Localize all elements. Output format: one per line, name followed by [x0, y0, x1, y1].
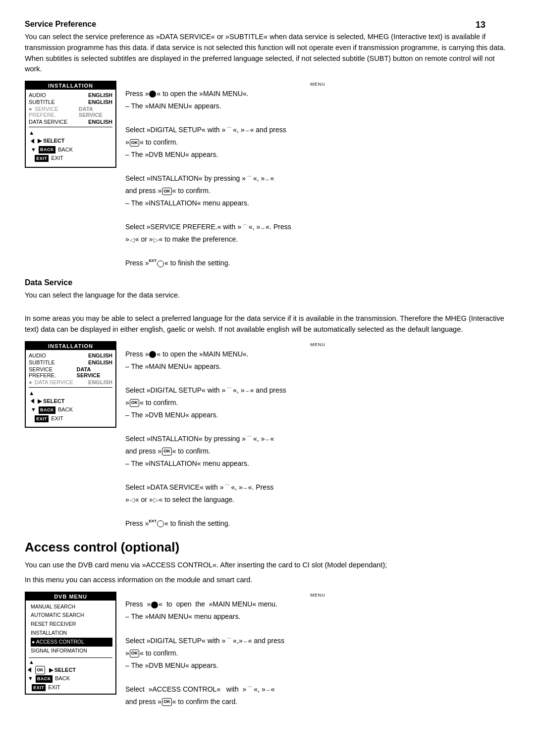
- menu-label-sp: MENU: [125, 81, 510, 88]
- data-service-block: INSTALLATION AUDIO ENGLISH SUBTITLE ENGL…: [25, 341, 510, 531]
- menu-row-service-prefere-2: SERVICE PREFERE. DATA SERVICE: [29, 366, 112, 379]
- instr-ac-4: »OK« to confirm.: [125, 648, 510, 658]
- instr-ac-6: Select »ACCESS CONTROL« with »⌒«, »⌣«: [125, 684, 510, 695]
- arrow-left-icon-1: [31, 139, 34, 144]
- menu-label-ds: MENU: [125, 341, 510, 349]
- instr-ac-2: – The »MAIN MENU« menu appears.: [125, 611, 510, 622]
- nav-back-3: ▼ BACK BACK: [28, 674, 70, 683]
- dvb-item-manual-search: MANUAL SEARCH: [31, 603, 112, 611]
- instr-ds-10: »◁« or »▷« to select the language.: [125, 495, 510, 505]
- nav-select-2: ▶ SELECT: [31, 397, 65, 406]
- page-number: 13: [476, 20, 485, 30]
- menu-row-subtitle-1: SUBTITLE ENGLISH: [29, 99, 112, 105]
- arrow-left-icon-3: [28, 667, 31, 672]
- dvb-menu-box: DVB MENU MANUAL SEARCH AUTOMATIC SEARCH …: [25, 592, 116, 695]
- arrow-left-icon-2: [31, 399, 34, 403]
- instr-ds-1: Press »« to open the »MAIN MENU«.: [125, 349, 510, 359]
- select-label-2: ▶ SELECT: [38, 397, 64, 406]
- instr-ds-5: – The »DVB MENU« appears.: [125, 410, 510, 420]
- installation-menu-1: INSTALLATION AUDIO ENGLISH SUBTITLE ENGL…: [25, 81, 116, 168]
- nav-select-1: ▶ SELECT: [31, 137, 65, 146]
- nav-select-3: OK ▶ SELECT: [28, 666, 76, 675]
- section-title-service-preference: Service Preference: [25, 20, 510, 29]
- menu-row-service-prefere-1: ● SERVICE PREFERE. DATA SERVICE: [29, 105, 112, 118]
- dvb-item-installation: INSTALLATION: [31, 629, 112, 638]
- menu-row-data-service-1: DATA SERVICE ENGLISH: [29, 118, 112, 125]
- menu-row-audio-2: AUDIO ENGLISH: [29, 352, 112, 359]
- nav-exit-3: EXIT EXIT: [28, 683, 60, 692]
- instr-sp-4: »OK« to confirm.: [125, 137, 510, 148]
- menu-nav-3: OK ▶ SELECT ▼ BACK BACK EXIT EXIT: [26, 665, 115, 694]
- instructions-service-preference: MENU Press »« to open the »MAIN MENU«. –…: [125, 81, 510, 270]
- instr-ds-8: – The »INSTALLATION« menu appears.: [125, 458, 510, 469]
- instr-sp-1: Press »« to open the »MAIN MENU«.: [125, 89, 510, 99]
- instr-ac-1: Press »« to open the »MAIN MENU« menu.: [125, 599, 510, 609]
- instr-ds-9: Select »DATA SERVICE« with »⌒«, »⌣«. Pre…: [125, 482, 510, 493]
- menu-row-data-service-2: ● DATA SERVICE ENGLISH: [29, 379, 112, 386]
- access-control-block: DVB MENU MANUAL SEARCH AUTOMATIC SEARCH …: [25, 592, 510, 709]
- instr-ds-7: and press »OK« to confirm.: [125, 446, 510, 456]
- nav-exit-1: EXIT EXIT: [31, 154, 63, 163]
- instr-sp-3: Select »DIGITAL SETUP« with »⌒«, »⌣« and…: [125, 125, 510, 135]
- instr-ac-3: Select »DIGITAL SETUP« with »⌒«,»⌣« and …: [125, 636, 510, 646]
- instr-ds-2: – The »MAIN MENU« appears.: [125, 361, 510, 372]
- section-intro-access-control: You can use the DVB card menu via »ACCES…: [25, 560, 510, 571]
- instr-sp-11: Press »EXT« to finish the setting.: [125, 258, 510, 268]
- dvb-item-automatic-search: AUTOMATIC SEARCH: [31, 611, 112, 620]
- instr-ds-6: Select »INSTALLATION« by pressing »⌒«, »…: [125, 434, 510, 444]
- menu-title-1: INSTALLATION: [26, 82, 115, 90]
- instructions-data-service: MENU Press »« to open the »MAIN MENU«. –…: [125, 341, 510, 531]
- instr-ds-11: Press »EXT« to finish the setting.: [125, 518, 510, 529]
- menu-label-ac: MENU: [125, 592, 510, 599]
- dvb-item-reset-receiver: RESET RECEIVER: [31, 620, 112, 629]
- section-title-data-service: Data Service: [25, 278, 510, 287]
- instructions-access-control: MENU Press »« to open the »MAIN MENU« me…: [125, 592, 510, 709]
- instr-sp-6: Select »INSTALLATION« by pressing »⌒«, »…: [125, 173, 510, 184]
- installation-menu-2: INSTALLATION AUDIO ENGLISH SUBTITLE ENGL…: [25, 341, 116, 428]
- instr-sp-5: – The »DVB MENU« appears.: [125, 150, 510, 160]
- dvb-item-access-control: ● ACCESS CONTROL: [31, 638, 112, 647]
- nav-up-1: ▲: [29, 130, 34, 136]
- section-intro2-data-service: In some areas you may be able to select …: [25, 313, 510, 335]
- section-intro-service-preference: You can select the service preference as…: [25, 32, 510, 75]
- instr-ds-3: Select »DIGITAL SETUP« with »⌒«, »⌣« and…: [125, 385, 510, 396]
- instr-ds-4: »OK« to confirm.: [125, 398, 510, 408]
- instr-sp-7: and press »OK« to confirm.: [125, 186, 510, 196]
- instr-ac-5: – The »DVB MENU« appears.: [125, 660, 510, 671]
- service-preference-block: INSTALLATION AUDIO ENGLISH SUBTITLE ENGL…: [25, 81, 510, 270]
- nav-exit-2: EXIT EXIT: [31, 414, 63, 423]
- nav-up-3: ▲: [29, 659, 34, 665]
- menu-row-subtitle-2: SUBTITLE ENGLISH: [29, 359, 112, 366]
- nav-back-1: ▼ BACK BACK: [31, 146, 73, 154]
- section-title-access-control: Access control (optional): [25, 540, 510, 555]
- section-intro2-access-control: In this menu you can access information …: [25, 575, 510, 586]
- menu-nav-1: ▶ SELECT ▼ BACK BACK EXIT EXIT: [29, 136, 112, 164]
- instr-sp-10: »◁« or »▷« to make the preference.: [125, 234, 510, 245]
- menu-title-2: INSTALLATION: [26, 342, 115, 350]
- dvb-item-signal-information: SIGNAL INFORMATION: [31, 647, 112, 655]
- instr-sp-9: Select »SERVICE PREFERE.« with »⌒«, »⌣«.…: [125, 222, 510, 232]
- nav-back-2: ▼ BACK BACK: [31, 405, 73, 414]
- dvb-menu-title: DVB MENU: [26, 593, 115, 601]
- instr-sp-8: – The »INSTALLATION« menu appears.: [125, 198, 510, 208]
- section-intro-data-service: You can select the language for the data…: [25, 290, 510, 301]
- menu-row-audio-1: AUDIO ENGLISH: [29, 92, 112, 99]
- select-label-3: ▶ SELECT: [49, 666, 76, 675]
- nav-up-2: ▲: [29, 390, 34, 396]
- menu-nav-2: ▶ SELECT ▼ BACK BACK EXIT EXIT: [29, 396, 112, 424]
- instr-sp-2: – The »MAIN MENU« appears.: [125, 101, 510, 111]
- instr-ac-7: and press »OK« to confirm the card.: [125, 697, 510, 707]
- select-label-1: ▶ SELECT: [38, 137, 64, 146]
